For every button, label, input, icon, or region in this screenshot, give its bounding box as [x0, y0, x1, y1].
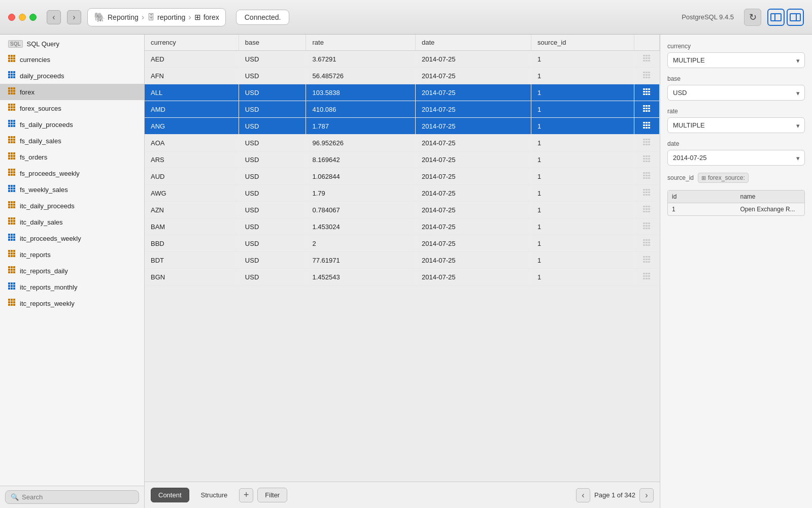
structure-tab[interactable]: Structure: [193, 488, 235, 502]
svg-rect-163: [646, 88, 648, 90]
svg-rect-239: [648, 225, 650, 227]
sidebar-item-itc-daily-proceeds[interactable]: itc_daily_proceeds: [0, 198, 144, 214]
svg-rect-54: [8, 152, 10, 154]
table-row[interactable]: AZN USD 0.784067 2014-07-25 1: [145, 202, 660, 218]
cell-source-id: 1: [531, 101, 634, 118]
select-wrap-rate[interactable]: MULTIPLE: [667, 117, 805, 133]
sidebar-item-forex[interactable]: forex: [0, 84, 144, 100]
sidebar-item-itc-reports-daily[interactable]: itc_reports_daily: [0, 263, 144, 279]
cell-date: 2014-07-25: [416, 135, 531, 151]
svg-rect-237: [643, 225, 645, 227]
forward-button[interactable]: ›: [67, 10, 81, 24]
svg-rect-106: [11, 239, 13, 241]
svg-rect-96: [8, 223, 10, 225]
table-row[interactable]: AUD USD 1.062844 2014-07-25 1: [145, 168, 660, 185]
right-panel-button[interactable]: [787, 9, 804, 26]
table-row[interactable]: ANG USD 1.787 2014-07-25 1: [145, 118, 660, 135]
svg-rect-196: [646, 144, 648, 145]
svg-rect-142: [11, 304, 13, 306]
svg-rect-257: [648, 259, 650, 260]
svg-rect-256: [646, 259, 648, 260]
mini-table-row[interactable]: 1 Open Exchange R...: [668, 203, 804, 215]
cell-icon: [634, 135, 660, 151]
table-row[interactable]: ARS USD 8.169642 2014-07-25 1: [145, 151, 660, 168]
sidebar-item-currencies[interactable]: currencies: [0, 51, 144, 68]
table-row[interactable]: AWG USD 1.79 2014-07-25 1: [145, 185, 660, 202]
breadcrumb-db[interactable]: 🐘 Reporting: [94, 12, 139, 23]
sidebar-item-fs-daily-proceeds[interactable]: fs_daily_proceeds: [0, 116, 144, 133]
select-rate[interactable]: MULTIPLE: [667, 117, 805, 133]
cell-icon: [634, 68, 660, 84]
sidebar-item-fs-proceeds-weekly[interactable]: fs_proceeds_weekly: [0, 165, 144, 181]
table-row[interactable]: BGN USD 1.452543 2014-07-25 1: [145, 269, 660, 285]
back-button[interactable]: ‹: [47, 10, 61, 24]
svg-rect-47: [13, 136, 15, 138]
breadcrumb-table[interactable]: ⊞ forex: [194, 13, 219, 22]
sidebar-item-fs-orders[interactable]: fs_orders: [0, 149, 144, 165]
table-row[interactable]: ALL USD 103.5838 2014-07-25 1: [145, 84, 660, 101]
svg-rect-21: [8, 90, 10, 92]
svg-rect-94: [11, 220, 13, 222]
search-input[interactable]: [22, 493, 133, 501]
sidebar-item-fs-weekly-sales[interactable]: fs_weekly_sales: [0, 181, 144, 198]
breadcrumb-schema[interactable]: 🗄 reporting: [147, 13, 185, 21]
sidebar-item-itc-reports-monthly[interactable]: itc_reports_monthly: [0, 279, 144, 295]
table-row[interactable]: AFN USD 56.485726 2014-07-25 1: [145, 68, 660, 84]
svg-rect-53: [13, 141, 15, 143]
select-date[interactable]: 2014-07-25: [667, 150, 805, 166]
table-row[interactable]: AOA USD 96.952626 2014-07-25 1: [145, 135, 660, 151]
cell-icon: [634, 118, 660, 135]
svg-rect-51: [8, 141, 10, 143]
svg-rect-264: [643, 275, 645, 277]
content-tab[interactable]: Content: [151, 488, 189, 502]
svg-rect-77: [13, 187, 15, 189]
cell-source-id: 1: [531, 118, 634, 135]
svg-rect-60: [8, 157, 10, 160]
left-panel-button[interactable]: [767, 9, 785, 26]
table-row[interactable]: BDT USD 77.61971 2014-07-25 1: [145, 252, 660, 269]
sidebar-item-forex-sources[interactable]: forex_sources: [0, 100, 144, 116]
close-button[interactable]: [8, 14, 15, 21]
sidebar-label-fs-daily-sales: fs_daily_sales: [20, 137, 61, 145]
maximize-button[interactable]: [29, 14, 37, 21]
table-row[interactable]: AED USD 3.67291 2014-07-25 1: [145, 51, 660, 68]
svg-rect-268: [646, 278, 648, 279]
source-id-badge[interactable]: ⊞ forex_source:: [698, 173, 749, 183]
cell-source-id: 1: [531, 135, 634, 151]
sidebar-item-sql-query[interactable]: SQL SQL Query: [0, 37, 144, 51]
sidebar-item-itc-reports-weekly[interactable]: itc_reports_weekly: [0, 295, 144, 311]
sidebar-item-itc-daily-sales[interactable]: itc_daily_sales: [0, 214, 144, 230]
svg-rect-246: [643, 242, 645, 243]
search-input-wrap[interactable]: 🔍: [5, 490, 139, 504]
add-row-button[interactable]: +: [239, 488, 253, 502]
cell-currency: ARS: [145, 151, 239, 168]
svg-rect-101: [13, 234, 15, 236]
svg-rect-161: [648, 77, 650, 78]
select-wrap-date[interactable]: 2014-07-25: [667, 150, 805, 166]
svg-rect-25: [11, 92, 13, 94]
sidebar-item-daily-proceeds[interactable]: daily_proceeds: [0, 68, 144, 84]
select-wrap-currency[interactable]: MULTIPLE: [667, 52, 805, 68]
select-base[interactable]: USD: [667, 85, 805, 101]
next-page-button[interactable]: ›: [639, 488, 654, 502]
sidebar-item-fs-daily-sales[interactable]: fs_daily_sales: [0, 133, 144, 149]
data-table: currency base rate date source_id AED US…: [145, 35, 660, 285]
svg-rect-3: [8, 57, 10, 59]
table-row[interactable]: BBD USD 2 2014-07-25 1: [145, 235, 660, 252]
sidebar-item-itc-reports[interactable]: itc_reports: [0, 246, 144, 263]
sidebar-label-itc-reports: itc_reports: [20, 251, 51, 259]
sidebar-item-itc-proceeds-weekly[interactable]: itc_proceeds_weekly: [0, 230, 144, 246]
svg-rect-243: [643, 239, 645, 241]
svg-rect-173: [648, 105, 650, 107]
refresh-button[interactable]: ↻: [744, 9, 761, 26]
table-row[interactable]: BAM USD 1.453024 2014-07-25 1: [145, 218, 660, 235]
prev-page-button[interactable]: ‹: [576, 488, 590, 502]
svg-rect-230: [648, 208, 650, 210]
select-wrap-base[interactable]: USD: [667, 85, 805, 101]
table-row[interactable]: AMD USD 410.086 2014-07-25 1: [145, 101, 660, 118]
minimize-button[interactable]: [19, 14, 26, 21]
cell-currency: BBD: [145, 235, 239, 252]
select-currency[interactable]: MULTIPLE: [667, 52, 805, 68]
svg-rect-61: [11, 157, 13, 160]
filter-button[interactable]: Filter: [257, 488, 287, 502]
